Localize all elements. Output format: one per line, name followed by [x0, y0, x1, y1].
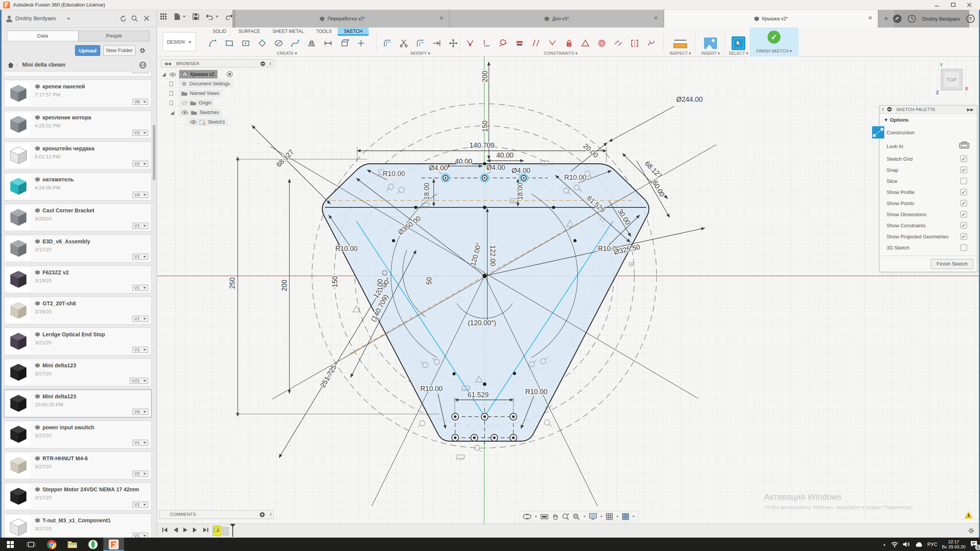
version-badge[interactable]: V1 [132, 533, 148, 538]
version-badge[interactable]: V1 [132, 347, 148, 353]
dimension-label[interactable]: R10.00 [383, 170, 405, 178]
search-icon[interactable] [131, 15, 138, 22]
options-section-header[interactable]: ▼ Options [884, 117, 909, 123]
new-tab-button[interactable]: + [879, 10, 894, 28]
workspace-switcher[interactable]: DESIGN [163, 32, 196, 51]
minimize-button[interactable] [929, 0, 945, 10]
undo-button[interactable] [206, 14, 219, 20]
grid-settings-icon[interactable] [606, 513, 613, 520]
timeline-settings-gear-icon[interactable] [968, 527, 975, 534]
item-name[interactable]: натяжитель [35, 176, 74, 183]
dimension-label[interactable]: R10.00 [335, 245, 358, 253]
list-item[interactable]: Mini delta12310:00:20 PMV4 [4, 390, 152, 417]
chevron-down-icon[interactable] [535, 516, 537, 517]
viewports-icon[interactable] [622, 513, 629, 520]
checkbox-show-constraints[interactable]: ✓ [960, 222, 967, 228]
point-icon[interactable] [354, 37, 368, 50]
modify-group-label[interactable]: MODIFY ▾ [381, 51, 460, 56]
dimension-label[interactable]: 251.725 [319, 364, 338, 389]
sketch-drawing[interactable]: .dim{stroke:#3c3c3c;stroke-width:1.3;fil… [157, 57, 980, 538]
dimension-label[interactable]: Ø244.00 [676, 96, 702, 103]
version-badge[interactable]: V1 [132, 502, 148, 508]
browser-row-sketches[interactable]: Sketches [161, 108, 274, 117]
visibility-eye-icon[interactable] [169, 72, 176, 77]
dimension-label[interactable]: 61.529 [467, 391, 488, 399]
checkbox-show-dimensions[interactable]: ✓ [960, 211, 967, 217]
item-name[interactable]: Mini delta123 [35, 393, 76, 399]
browser-row-document-settings[interactable]: Document Settings [161, 79, 274, 89]
version-badge[interactable]: V1 [132, 254, 148, 260]
dimension-label[interactable]: 40.00 [455, 158, 472, 165]
action-center-icon[interactable]: 1 [970, 540, 978, 549]
go-to-end-icon[interactable] [203, 527, 209, 533]
list-item[interactable]: Mini delta1233/27/20V21 [4, 359, 152, 386]
rectangle-2point-icon[interactable] [239, 37, 252, 50]
expander-closed-icon[interactable] [170, 82, 173, 86]
version-badge[interactable]: V1 [132, 223, 148, 229]
fit-icon[interactable] [573, 513, 580, 520]
workspace-tab-sketch[interactable]: SKETCH [338, 28, 369, 36]
sketch-palette-header[interactable]: ‖ SKETCH PALETTE ▶▶ [880, 106, 977, 114]
select-tool-icon[interactable] [732, 36, 745, 50]
file-menu[interactable] [174, 13, 186, 20]
version-badge[interactable]: V1 [132, 71, 148, 73]
visibility-off-icon[interactable] [181, 101, 188, 105]
list-item[interactable]: крепление мотора4:25:02 PMV3 [4, 111, 152, 139]
checkbox-show-projected-geometries[interactable]: ✓ [960, 233, 967, 240]
play-icon[interactable] [183, 527, 188, 533]
chevron-down-icon[interactable] [583, 516, 586, 517]
collinear-icon[interactable] [480, 37, 493, 50]
close-tab-icon[interactable]: ✕ [868, 15, 872, 21]
view-cube-face-top[interactable]: TOP [944, 72, 959, 87]
tangent-icon[interactable] [497, 37, 510, 50]
polygon-icon[interactable] [256, 37, 269, 50]
insert-group[interactable]: INSERT ▾ [699, 36, 722, 57]
data-panel-scrollbar[interactable] [153, 125, 155, 180]
dimension-label[interactable]: 122.00 [489, 245, 497, 266]
dimension-label[interactable]: Ø4.00 [511, 167, 530, 174]
dimension-label[interactable]: (120.00°) [468, 319, 496, 327]
item-name[interactable]: Lerdge Optical End Stop [35, 331, 105, 337]
list-item-partial[interactable]: V1 [4, 71, 152, 77]
browser-header[interactable]: ◀◀ BROWSER ‖ [161, 59, 274, 67]
expander-open-icon[interactable] [170, 111, 175, 115]
refresh-icon[interactable] [120, 15, 127, 22]
close-tab-icon[interactable]: ✕ [439, 15, 444, 21]
timeline-feature-ghost[interactable] [222, 527, 229, 535]
dock-icon[interactable] [260, 61, 265, 66]
checkbox-3d-sketch[interactable] [960, 244, 967, 251]
job-status-icon[interactable] [893, 15, 902, 23]
item-name[interactable]: E3D_v6_Assembly [35, 238, 90, 245]
display-settings-icon[interactable] [589, 513, 597, 520]
dimension-label[interactable]: 200 [281, 280, 288, 291]
dimension-label[interactable]: R10.00 [525, 388, 547, 396]
browser-row-sketch1[interactable]: Sketch1 [161, 117, 274, 127]
item-name[interactable]: крепление мотора [35, 114, 91, 121]
concentric-icon[interactable] [595, 37, 608, 50]
list-item[interactable]: Cast Corner Bracket3/20/20V1 [4, 204, 152, 231]
trim-icon[interactable] [397, 37, 410, 50]
hidden-icons-caret[interactable]: ▲ [883, 543, 886, 546]
home-icon[interactable] [8, 62, 14, 68]
checkbox-show-profile[interactable]: ✓ [960, 189, 967, 195]
finish-sketch-group[interactable]: ✓ FINISH SKETCH ▾ [750, 28, 799, 57]
finish-sketch-button[interactable]: Finish Sketch [931, 259, 973, 269]
list-item[interactable]: RTR-HHNUT M4-63/27/20V2 [4, 452, 152, 479]
list-item[interactable]: E3D_v6_Assembly3/17/20V1 [4, 235, 152, 262]
dimension-label[interactable]: 100 [376, 279, 384, 290]
parallel-icon[interactable] [529, 37, 542, 50]
item-name[interactable]: GT2_20T-sh8 [35, 300, 76, 306]
dimension-label[interactable]: R10.00 [420, 385, 443, 393]
taskbar-clock[interactable]: 22:17 Вс 29.03.20 [942, 540, 965, 549]
item-name[interactable]: крепеж панелей [35, 83, 85, 90]
save-icon[interactable] [193, 13, 199, 20]
app-grid-icon[interactable] [160, 13, 167, 20]
browser-root-row[interactable]: Крышка v2 [161, 70, 274, 79]
offset-icon[interactable] [414, 37, 427, 50]
close-tab-icon[interactable]: ✕ [653, 15, 658, 21]
version-badge[interactable]: V8 [132, 99, 148, 105]
document-tab[interactable]: Крышка v2*✕ [664, 10, 878, 28]
workspace-tab-sheet-metal[interactable]: SHEET METAL [266, 28, 310, 36]
wifi-icon[interactable] [891, 541, 898, 547]
fillet-icon[interactable] [381, 37, 394, 50]
